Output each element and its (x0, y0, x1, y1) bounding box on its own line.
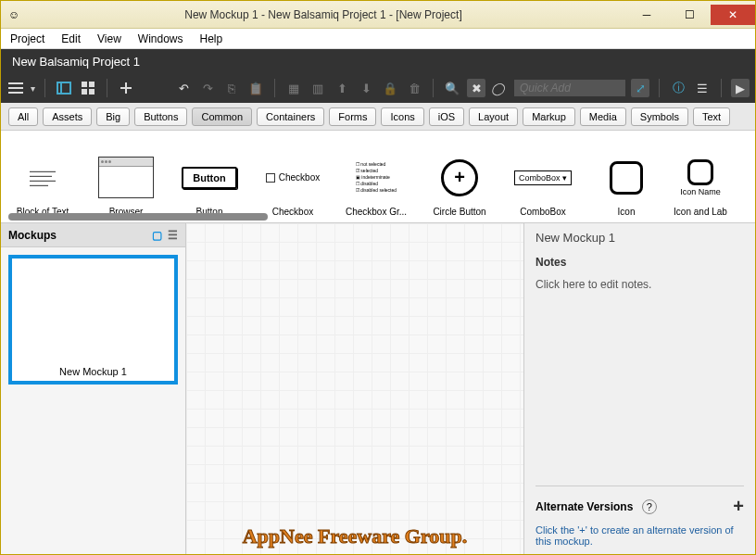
cat-text[interactable]: Text (693, 107, 730, 126)
cat-buttons[interactable]: Buttons (134, 107, 187, 126)
undo-icon[interactable]: ↶ (174, 79, 193, 97)
lib-combobox[interactable]: ComboBox ▾ ComboBox (501, 131, 585, 222)
menu-icon[interactable] (6, 79, 25, 97)
cat-icons[interactable]: Icons (381, 107, 423, 126)
help-icon[interactable]: ? (642, 499, 657, 514)
cat-containers[interactable]: Containers (257, 107, 324, 126)
ungroup-icon[interactable]: ▥ (309, 79, 327, 97)
sidebar: Mockups ▢ ☰ New Mockup 1 (1, 223, 186, 554)
cat-symbols[interactable]: Symbols (631, 107, 688, 126)
redo-icon[interactable]: ↷ (198, 79, 217, 97)
cat-ios[interactable]: iOS (429, 107, 464, 126)
zoom-icon[interactable]: 🔍 (443, 79, 461, 97)
lib-block-of-text[interactable]: ▬▬▬▬▬▬▬▬▬▬▬▬▬▬▬▬▬▬▬▬▬▬▬▬▬ Block of Text (1, 131, 84, 222)
lib-circle-button[interactable]: + Circle Button (418, 131, 501, 222)
present-icon[interactable]: ▶ (731, 79, 750, 97)
mockup-thumbnail[interactable]: New Mockup 1 (8, 255, 178, 385)
lib-checkbox[interactable]: Checkbox Checkbox (251, 131, 334, 222)
minimize-button[interactable]: ─ (625, 5, 668, 25)
group-icon[interactable]: ▦ (284, 79, 303, 97)
lib-checkbox-group[interactable]: ☐ not selected☑ selected▣ indeterminate☐… (334, 131, 418, 222)
category-bar: All Assets Big Buttons Common Containers… (1, 103, 755, 131)
app-icon: ☺ (8, 8, 21, 21)
add-icon[interactable] (117, 79, 135, 97)
list-icon[interactable]: ☰ (693, 79, 712, 97)
menu-windows[interactable]: Windows (138, 32, 183, 45)
expand-icon[interactable]: ⤢ (631, 79, 649, 97)
cat-common[interactable]: Common (192, 107, 252, 126)
alt-versions-desc: Click the '+' to create an alternate ver… (536, 524, 744, 547)
sidebar-list-icon[interactable]: ☰ (168, 229, 178, 242)
lib-browser[interactable]: Browser (84, 131, 168, 222)
toolbar: ▾ ↶ ↷ ⎘ 📋 ▦ ▥ ⬆ ⬇ 🔒 🗑 🔍 ✖ ◯ ⤢ ⓘ ☰ ▶ (1, 73, 755, 103)
window-title: New Mockup 1 - New Balsamiq Project 1 - … (21, 8, 625, 21)
watermark: AppNee Freeware Group. (243, 524, 468, 549)
svg-rect-2 (8, 92, 23, 94)
lib-icon[interactable]: Icon (585, 131, 668, 222)
copy-icon[interactable]: ⎘ (222, 79, 241, 97)
mockup-thumb-label: New Mockup 1 (12, 362, 174, 381)
sidebar-title: Mockups (8, 229, 57, 242)
svg-rect-6 (89, 82, 94, 87)
menu-view[interactable]: View (97, 32, 121, 45)
maximize-button[interactable]: ☐ (668, 5, 711, 25)
paste-icon[interactable]: 📋 (246, 79, 265, 97)
svg-rect-1 (8, 87, 23, 89)
delete-icon[interactable]: 🗑 (405, 79, 423, 97)
lib-button[interactable]: Button Button (168, 131, 251, 222)
alt-versions-title: Alternate Versions (536, 500, 633, 513)
cat-media[interactable]: Media (580, 107, 626, 126)
cat-big[interactable]: Big (96, 107, 130, 126)
add-alternate-button[interactable]: + (733, 496, 744, 517)
lock-icon[interactable]: 🔒 (381, 79, 399, 97)
menu-help[interactable]: Help (200, 32, 223, 45)
panel-left-icon[interactable] (55, 79, 73, 97)
svg-rect-3 (57, 82, 70, 94)
project-name: New Balsamiq Project 1 (12, 55, 140, 69)
info-icon[interactable]: ⓘ (669, 79, 687, 97)
properties-panel: New Mockup 1 Notes Click here to edit no… (523, 223, 755, 554)
front-icon[interactable]: ⬆ (333, 79, 351, 97)
svg-rect-8 (89, 89, 94, 95)
canvas[interactable]: AppNee Freeware Group. (186, 223, 523, 554)
markup-icon[interactable]: ✖ (467, 79, 485, 97)
titlebar: ☺ New Mockup 1 - New Balsamiq Project 1 … (1, 1, 755, 29)
svg-rect-7 (82, 89, 87, 95)
cat-forms[interactable]: Forms (329, 107, 376, 126)
svg-rect-5 (82, 82, 87, 87)
back-icon[interactable]: ⬇ (357, 79, 375, 97)
menu-edit[interactable]: Edit (61, 32, 81, 45)
project-bar: New Balsamiq Project 1 (1, 49, 755, 73)
lib-icon-and-label[interactable]: Icon Name Icon and Lab (668, 131, 733, 222)
close-button[interactable]: ✕ (711, 5, 755, 25)
cat-assets[interactable]: Assets (43, 107, 92, 126)
menu-project[interactable]: Project (10, 32, 44, 45)
cat-markup[interactable]: Markup (523, 107, 575, 126)
menubar: Project Edit View Windows Help (1, 29, 755, 49)
cat-layout[interactable]: Layout (469, 107, 518, 126)
cat-all[interactable]: All (8, 107, 38, 126)
notes-label: Notes (536, 256, 744, 269)
panel-mockup-title: New Mockup 1 (536, 231, 744, 245)
sidebar-grid-icon[interactable]: ▢ (152, 229, 162, 242)
library-scrollbar[interactable] (8, 213, 268, 221)
quick-add-input[interactable] (514, 80, 625, 96)
svg-rect-0 (8, 82, 23, 84)
grid-icon[interactable] (79, 79, 97, 97)
notes-field[interactable]: Click here to edit notes. (536, 278, 744, 291)
library: ▬▬▬▬▬▬▬▬▬▬▬▬▬▬▬▬▬▬▬▬▬▬▬▬▬ Block of Text … (1, 131, 755, 223)
